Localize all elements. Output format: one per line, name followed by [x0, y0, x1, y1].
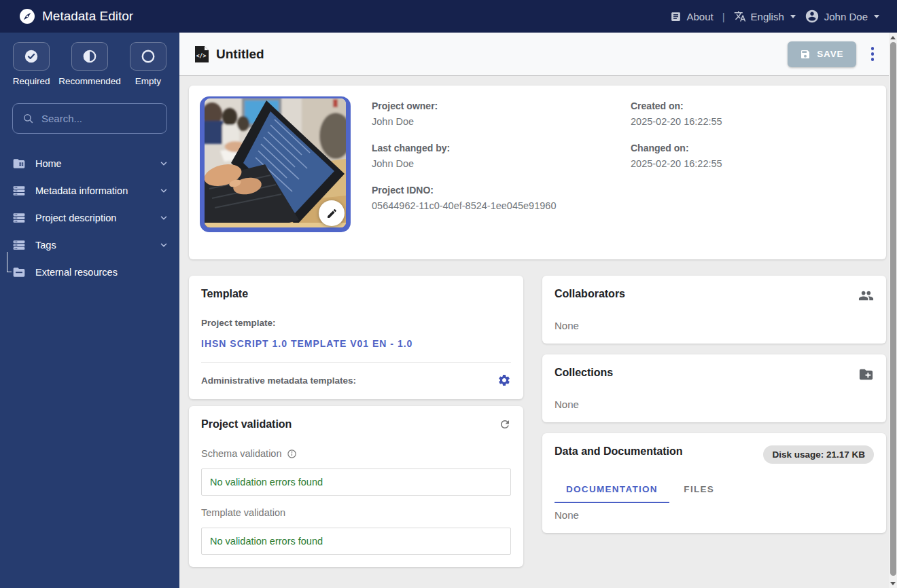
- last-changed-by-value: John Doe: [372, 158, 631, 169]
- data-tabs: DOCUMENTATION FILES: [555, 480, 874, 503]
- language-menu[interactable]: English: [734, 10, 796, 22]
- filter-empty[interactable]: Empty: [121, 42, 175, 86]
- filter-required[interactable]: Required: [4, 42, 58, 86]
- filter-recommended[interactable]: Recommended: [58, 42, 121, 86]
- collections-title: Collections: [555, 367, 613, 379]
- navbar-right: About | English John Doe: [670, 9, 879, 24]
- data-documentation-card: Data and Documentation Disk usage: 21.17…: [542, 433, 886, 533]
- article-icon: [670, 11, 682, 22]
- created-on-field: Created on: 2025-02-20 16:22:55: [631, 100, 875, 127]
- sidebar-item-label: Project description: [35, 213, 116, 223]
- project-thumbnail: [200, 96, 351, 232]
- translate-icon: [734, 10, 746, 22]
- divider: [201, 362, 511, 363]
- last-changed-by-label: Last changed by:: [372, 143, 631, 153]
- project-template-label: Project template:: [201, 318, 511, 328]
- page-header: </> Untitled SAVE: [179, 33, 897, 76]
- collaborators-value: None: [555, 320, 874, 331]
- template-validation-result: No validation errors found: [201, 528, 511, 555]
- document-code-icon: </>: [194, 45, 209, 63]
- sidebar-item-home[interactable]: Home: [0, 150, 179, 177]
- template-card-title: Template: [201, 288, 511, 300]
- schema-validation-result: No validation errors found: [201, 468, 511, 496]
- tab-documentation[interactable]: DOCUMENTATION: [555, 480, 669, 503]
- chevron-down-icon: [874, 15, 879, 18]
- save-label: SAVE: [817, 49, 843, 59]
- user-menu[interactable]: John Doe: [805, 9, 879, 24]
- project-owner-value: John Doe: [372, 116, 631, 127]
- sidebar-nav: Home Metadata information: [0, 150, 179, 286]
- filter-buttons: Required Recommended: [0, 33, 179, 86]
- chevron-down-icon: [159, 186, 169, 196]
- scrollbar-thumb[interactable]: [890, 42, 896, 576]
- brand-title: Metadata Editor: [42, 9, 133, 24]
- edit-thumbnail-button[interactable]: [319, 200, 345, 226]
- sidebar-item-metadata-information[interactable]: Metadata information: [0, 177, 179, 204]
- sidebar-item-external-resources[interactable]: External resources: [0, 259, 179, 286]
- folder-plus-icon[interactable]: [858, 367, 874, 382]
- stack-icon: [12, 238, 26, 252]
- gear-icon[interactable]: [497, 373, 511, 387]
- template-card: Template Project template: IHSN SCRIPT 1…: [189, 276, 523, 399]
- save-button[interactable]: SAVE: [788, 41, 856, 67]
- scroll-down-arrow[interactable]: [889, 579, 897, 587]
- top-navbar: Metadata Editor About | English: [0, 0, 897, 33]
- project-template-link[interactable]: IHSN SCRIPT 1.0 TEMPLATE V01 EN - 1.0: [201, 338, 511, 349]
- info-icon[interactable]: [287, 449, 297, 459]
- project-info-card: Project owner: John Doe Last changed by:…: [189, 86, 886, 259]
- sidebar-item-project-description[interactable]: Project description: [0, 204, 179, 232]
- check-circle-icon[interactable]: [13, 42, 50, 71]
- empty-circle-icon[interactable]: [130, 42, 166, 71]
- search-icon: [22, 113, 34, 124]
- sidebar-item-label: Home: [35, 158, 62, 169]
- half-circle-icon[interactable]: [71, 42, 108, 71]
- people-group-icon[interactable]: [858, 288, 874, 304]
- project-owner-field: Project owner: John Doe: [372, 100, 631, 127]
- disk-usage-badge: Disk usage: 21.17 KB: [763, 445, 874, 464]
- project-owner-label: Project owner:: [372, 100, 631, 111]
- data-documentation-value: None: [555, 509, 874, 521]
- changed-on-label: Changed on:: [631, 143, 875, 153]
- stack-icon: [12, 211, 26, 225]
- last-changed-by-field: Last changed by: John Doe: [372, 143, 631, 169]
- search-box[interactable]: [12, 103, 167, 134]
- sidebar-item-label: Tags: [35, 240, 56, 251]
- svg-text:</>: </>: [196, 52, 207, 58]
- main-area: </> Untitled SAVE: [179, 33, 897, 588]
- refresh-icon[interactable]: [499, 418, 511, 430]
- search-input[interactable]: [41, 113, 177, 124]
- created-on-value: 2025-02-20 16:22:55: [631, 116, 875, 127]
- chevron-down-icon: [159, 240, 169, 250]
- created-on-label: Created on:: [631, 100, 875, 111]
- page-title: Untitled: [216, 47, 264, 62]
- scroll-up-arrow[interactable]: [889, 33, 897, 41]
- sidebar: Required Recommended: [0, 33, 179, 588]
- project-idno-value: 05644962-11c0-40ef-8524-1ee045e91960: [372, 200, 631, 211]
- collections-value: None: [555, 399, 874, 410]
- brand: Metadata Editor: [19, 8, 133, 24]
- about-label: About: [686, 11, 713, 22]
- tree-connector: [7, 252, 12, 272]
- chevron-down-icon: [159, 213, 169, 223]
- language-label: English: [751, 11, 784, 22]
- collaborators-card: Collaborators None: [542, 276, 886, 344]
- template-validation-label: Template validation: [201, 507, 511, 518]
- validation-card-title: Project validation: [201, 418, 292, 430]
- vertical-scrollbar[interactable]: [889, 33, 897, 588]
- kebab-menu-icon[interactable]: [867, 43, 879, 65]
- sidebar-item-tags[interactable]: Tags: [0, 232, 179, 259]
- filter-empty-label: Empty: [135, 76, 161, 86]
- sidebar-item-label: Metadata information: [35, 185, 128, 196]
- tab-files[interactable]: FILES: [672, 480, 726, 502]
- changed-on-value: 2025-02-20 16:22:55: [631, 158, 875, 169]
- project-idno-label: Project IDNO:: [372, 185, 631, 196]
- chevron-down-icon: [159, 159, 169, 168]
- sidebar-item-label: External resources: [35, 267, 118, 278]
- collections-card: Collections None: [542, 354, 886, 422]
- admin-templates-label: Administrative metadata templates:: [201, 375, 356, 386]
- filter-required-label: Required: [13, 76, 50, 86]
- user-label: John Doe: [824, 11, 868, 22]
- chevron-down-icon: [790, 15, 796, 18]
- about-link[interactable]: About: [670, 11, 713, 22]
- folder-icon: [12, 265, 26, 279]
